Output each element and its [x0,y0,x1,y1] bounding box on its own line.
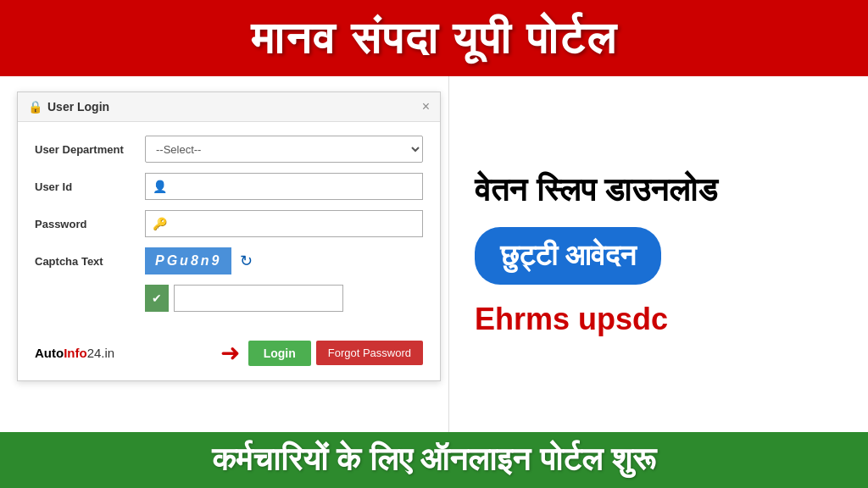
top-banner-title: मानव संपदा यूपी पोर्टल [251,13,616,64]
userid-label: User Id [35,180,145,193]
captcha-row: Captcha Text PGu8n9 ↻ [35,247,423,274]
right-panel: वेतन स्लिप डाउनलोड छुट्टी आवेदन Ehrms up… [449,76,868,432]
userid-row: User Id 👤 [35,173,423,200]
bottom-banner: कर्मचारियों के लिए ऑनलाइन पोर्टल शुरू [0,432,868,488]
ehrms-title: Ehrms upsdc [475,302,843,337]
captcha-label: Captcha Text [35,255,145,268]
captcha-verify-row: ✔ [35,285,423,312]
user-icon: 👤 [146,180,174,193]
dialog-body: User Department --Select-- User Id 👤 [18,122,440,339]
dialog-title: 🔒 User Login [28,100,109,114]
password-row: Password 🔑 [35,210,423,237]
password-control: 🔑 [145,210,423,237]
main-content: 🔒 User Login × User Department --Select-… [0,76,868,432]
footer-buttons: ➜ Login Forgot Password [220,339,423,367]
password-input-wrap: 🔑 [145,210,423,237]
arrow-icon: ➜ [220,339,240,367]
userid-input[interactable] [174,174,422,199]
captcha-wrap: PGu8n9 ↻ [145,247,253,274]
userid-control: 👤 [145,173,423,200]
leave-application-button[interactable]: छुट्टी आवेदन [475,227,661,285]
captcha-check-button[interactable]: ✔ [145,285,169,312]
password-input[interactable] [174,211,422,236]
password-label: Password [35,218,145,230]
userid-input-wrap: 👤 [145,173,423,200]
lock-icon: 🔒 [28,100,42,114]
login-dialog: 🔒 User Login × User Department --Select-… [17,92,441,381]
left-panel: 🔒 User Login × User Department --Select-… [0,76,449,432]
department-select[interactable]: --Select-- [145,136,423,163]
brand-info: Info [64,346,87,360]
bottom-banner-title: कर्मचारियों के लिए ऑनलाइन पोर्टल शुरू [212,441,657,479]
department-label: User Department [35,143,145,156]
dialog-header: 🔒 User Login × [18,92,440,122]
department-row: User Department --Select-- [35,136,423,163]
captcha-control: PGu8n9 ↻ [145,247,423,274]
forgot-password-button[interactable]: Forgot Password [316,341,423,365]
site-brand: AutoInfo24.in [35,346,114,360]
captcha-image: PGu8n9 [145,247,231,274]
salary-slip-title: वेतन स्लिप डाउनलोड [475,171,843,210]
dialog-footer: AutoInfo24.in ➜ Login Forgot Password [18,339,440,380]
close-icon[interactable]: × [422,99,430,114]
brand-auto: Auto [35,346,64,360]
brand-domain: 24.in [87,346,115,360]
login-button[interactable]: Login [248,341,311,366]
captcha-verify-input[interactable] [174,285,343,312]
department-control: --Select-- [145,136,423,163]
top-banner: मानव संपदा यूपी पोर्टल [0,0,868,76]
captcha-refresh-icon[interactable]: ↻ [240,252,253,270]
password-icon: 🔑 [146,217,174,230]
